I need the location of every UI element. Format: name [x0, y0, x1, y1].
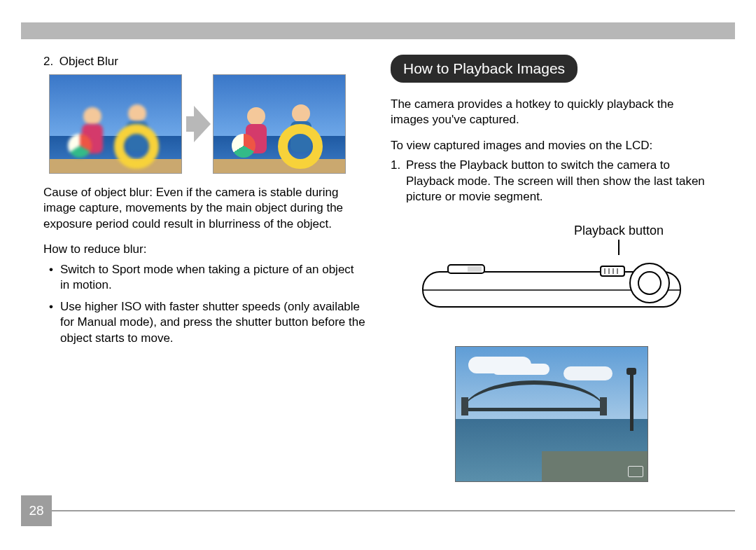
playback-intro: The camera provides a hotkey to quickly …	[391, 97, 713, 128]
left-column: 2. Object Blur Cause of object blur: Eve…	[43, 55, 365, 511]
example-photo-row	[49, 74, 365, 174]
cause-paragraph: Cause of object blur: Even if the camera…	[43, 185, 365, 232]
item-title: Object Blur	[59, 55, 118, 68]
camera-top-view-icon	[419, 255, 685, 322]
list-item: Use higher ISO with faster shutter speed…	[60, 299, 365, 346]
svg-rect-4	[601, 266, 624, 276]
example-photo-blurry	[49, 74, 182, 174]
step-text: Press the Playback button to switch the …	[406, 158, 705, 203]
list-item: 1. Press the Playback button to switch t…	[406, 158, 713, 205]
example-photo-sharp	[213, 74, 346, 174]
svg-rect-3	[468, 266, 482, 272]
sample-playback-photo	[455, 346, 648, 482]
overlay-image-icon	[628, 466, 643, 477]
section-heading-playback: How to Playback Images	[391, 55, 578, 83]
playback-instructions-lead: To view captured images and movies on th…	[391, 138, 713, 153]
list-item-object-blur: 2. Object Blur	[43, 55, 365, 69]
header-bar	[21, 22, 735, 39]
page-content: 2. Object Blur Cause of object blur: Eve…	[43, 55, 713, 511]
right-column: How to Playback Images The camera provid…	[391, 55, 713, 511]
transition-arrow-icon	[186, 106, 209, 142]
step-number: 1.	[391, 158, 400, 173]
item-number: 2.	[43, 55, 56, 69]
page-number: 28	[21, 495, 52, 526]
footer-rule	[52, 510, 735, 511]
callout-label-playback-button: Playback button	[458, 224, 756, 238]
reduce-blur-list: Switch to Sport mode when taking a pictu…	[43, 262, 365, 346]
list-item: Switch to Sport mode when taking a pictu…	[60, 262, 365, 294]
reduce-blur-heading: How to reduce blur:	[43, 242, 365, 257]
camera-diagram: Playback button	[391, 224, 713, 322]
svg-point-10	[638, 272, 661, 294]
playback-steps: 1. Press the Playback button to switch t…	[391, 158, 713, 205]
callout-line	[618, 240, 620, 255]
